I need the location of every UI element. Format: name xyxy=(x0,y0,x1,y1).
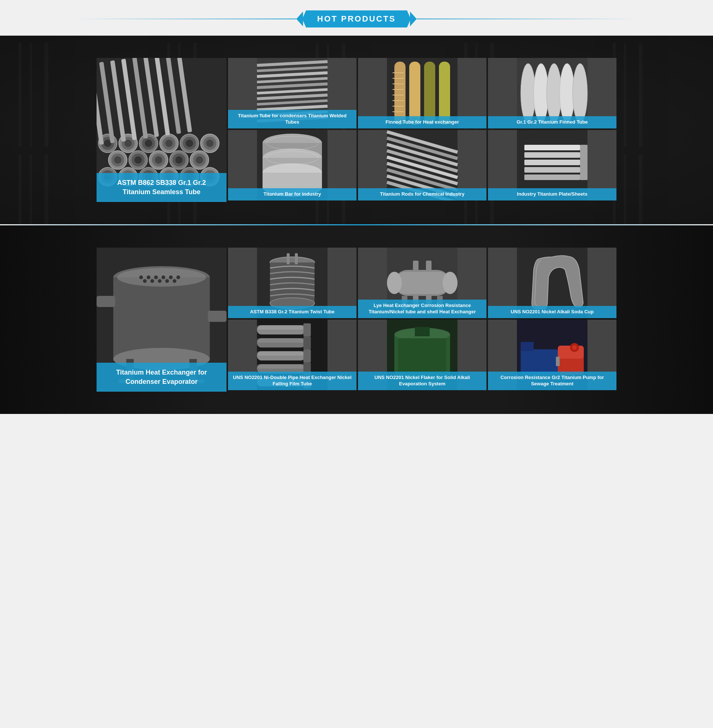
product-label-nickel-flaker: UNS NO2201 Nickel Flaker for Solid Alkal… xyxy=(358,372,486,390)
svg-point-90 xyxy=(559,64,574,123)
svg-rect-163 xyxy=(257,338,305,342)
product-item-industry-plate[interactable]: Industry Titanium Plate/Sheets xyxy=(488,130,616,201)
main-product-2-label: Titanium Heat Exchanger for Condenser Ev… xyxy=(97,363,227,392)
svg-point-24 xyxy=(134,156,142,164)
svg-point-87 xyxy=(521,64,535,123)
main-product-label: ASTM B862 SB338 Gr.1 Gr.2 Titanium Seaml… xyxy=(97,173,227,202)
svg-rect-170 xyxy=(303,336,311,349)
svg-rect-118 xyxy=(580,145,588,180)
svg-point-131 xyxy=(151,279,154,283)
product-label-titanium-pump: Corrosion Resistance Gr2 Titanium Pump f… xyxy=(488,372,616,390)
svg-point-21 xyxy=(114,156,121,164)
svg-rect-75 xyxy=(409,62,421,125)
svg-point-127 xyxy=(161,275,165,279)
section-1: ASTM B862 SB338 Gr.1 Gr.2 Titanium Seaml… xyxy=(0,36,713,224)
svg-rect-152 xyxy=(413,261,419,272)
product-label-uns-cup: UNS NO2201 Nickel Alkali Soda Cup xyxy=(488,306,616,318)
product-item-gr-finned[interactable]: Gr.1 Gr.2 Titanium Finned Tube xyxy=(488,58,616,128)
svg-point-192 xyxy=(572,345,577,350)
main-product-1[interactable]: ASTM B862 SB338 Gr.1 Gr.2 Titanium Seaml… xyxy=(97,58,227,202)
svg-point-133 xyxy=(165,279,169,283)
svg-point-125 xyxy=(147,275,151,279)
svg-point-30 xyxy=(175,156,183,164)
svg-rect-185 xyxy=(556,357,559,366)
svg-rect-113 xyxy=(524,174,580,180)
svg-point-129 xyxy=(176,275,180,279)
svg-rect-161 xyxy=(257,325,305,330)
svg-rect-169 xyxy=(303,323,311,336)
svg-point-33 xyxy=(196,156,203,164)
svg-rect-136 xyxy=(208,311,227,322)
svg-rect-135 xyxy=(97,296,115,307)
svg-rect-77 xyxy=(439,62,450,125)
svg-rect-121 xyxy=(113,277,210,359)
svg-point-18 xyxy=(206,140,213,147)
svg-point-124 xyxy=(139,275,143,279)
svg-rect-74 xyxy=(394,62,406,125)
svg-rect-153 xyxy=(426,261,431,272)
header-line-right xyxy=(417,19,640,19)
page-title: HOT PRODUCTS xyxy=(302,10,411,27)
svg-rect-117 xyxy=(524,145,580,150)
svg-point-9 xyxy=(145,140,152,147)
product-label-finned-tube: Finned Tube for Heat exchanger xyxy=(358,116,486,128)
hot-products-header: HOT PRODUCTS xyxy=(0,0,713,36)
products-right-grid-1: Titanium Tube for condensers Titanium We… xyxy=(228,58,616,201)
svg-point-27 xyxy=(155,156,162,164)
svg-rect-114 xyxy=(524,167,580,173)
svg-rect-165 xyxy=(257,351,305,356)
svg-rect-115 xyxy=(524,159,580,165)
svg-point-134 xyxy=(173,279,176,283)
product-label-double-pipe: UNS NO2201 Ni-Double Pipe Heat Exchanger… xyxy=(228,372,356,390)
product-item-uns-cup[interactable]: UNS NO2201 Nickel Alkali Soda Cup xyxy=(488,248,616,318)
svg-rect-167 xyxy=(257,364,305,369)
chevron-right-icon xyxy=(410,12,417,26)
products-grid-2: Titanium Heat Exchanger for Condenser Ev… xyxy=(97,248,616,392)
svg-rect-171 xyxy=(303,349,311,362)
chevron-left-icon xyxy=(296,12,303,26)
svg-rect-186 xyxy=(521,342,534,351)
svg-rect-178 xyxy=(398,338,446,372)
svg-rect-145 xyxy=(287,253,290,264)
svg-rect-180 xyxy=(415,327,430,336)
section-2: Titanium Heat Exchanger for Condenser Ev… xyxy=(0,225,713,414)
product-item-titanium-tube-cond[interactable]: Titanium Tube for condensers Titanium We… xyxy=(228,58,356,128)
svg-point-126 xyxy=(154,275,158,279)
svg-point-89 xyxy=(547,64,561,123)
svg-rect-149 xyxy=(394,272,450,294)
product-item-double-pipe[interactable]: UNS NO2201 Ni-Double Pipe Heat Exchanger… xyxy=(228,320,356,390)
svg-point-151 xyxy=(443,272,458,294)
svg-point-6 xyxy=(124,140,132,147)
svg-point-128 xyxy=(169,275,173,279)
product-label-titanium-bar: Titanium Bar for industry xyxy=(228,188,356,201)
product-item-titanium-rods[interactable]: Titanium Rods for Chemical Industry xyxy=(358,130,486,201)
product-item-astm-twist[interactable]: ASTM B338 Gr.2 Titanium Twist Tube xyxy=(228,248,356,318)
products-grid-1: ASTM B862 SB338 Gr.1 Gr.2 Titanium Seaml… xyxy=(97,58,616,202)
product-label-lye-heat: Lye Heat Exchanger Corrosion Resistance … xyxy=(358,299,486,318)
product-item-titanium-bar[interactable]: Titanium Bar for industry xyxy=(228,130,356,201)
product-label-titanium-tube-cond: Titanium Tube for condensers Titanium We… xyxy=(228,110,356,128)
product-label-gr-finned: Gr.1 Gr.2 Titanium Finned Tube xyxy=(488,116,616,128)
product-item-titanium-pump[interactable]: Corrosion Resistance Gr2 Titanium Pump f… xyxy=(488,320,616,390)
svg-rect-146 xyxy=(295,253,298,264)
product-item-finned-tube[interactable]: Finned Tube for Heat exchanger xyxy=(358,58,486,128)
product-item-lye-heat[interactable]: Lye Heat Exchanger Corrosion Resistance … xyxy=(358,248,486,318)
svg-point-88 xyxy=(534,64,549,123)
svg-rect-116 xyxy=(524,152,580,158)
header-line-left xyxy=(73,19,296,19)
svg-point-15 xyxy=(186,140,193,147)
svg-point-91 xyxy=(573,64,588,123)
svg-point-132 xyxy=(158,279,161,283)
product-label-industry-plate: Industry Titanium Plate/Sheets xyxy=(488,188,616,201)
product-label-astm-twist: ASTM B338 Gr.2 Titanium Twist Tube xyxy=(228,306,356,318)
title-wrap: HOT PRODUCTS xyxy=(296,10,417,27)
svg-point-150 xyxy=(387,272,402,294)
main-product-2[interactable]: Titanium Heat Exchanger for Condenser Ev… xyxy=(97,248,227,392)
svg-rect-76 xyxy=(424,62,435,125)
svg-point-130 xyxy=(143,279,147,283)
svg-point-12 xyxy=(165,140,173,147)
product-item-nickel-flaker[interactable]: UNS NO2201 Nickel Flaker for Solid Alkal… xyxy=(358,320,486,390)
product-label-titanium-rods: Titanium Rods for Chemical Industry xyxy=(358,188,486,201)
products-right-grid-2: ASTM B338 Gr.2 Titanium Twist Tube xyxy=(228,248,616,390)
